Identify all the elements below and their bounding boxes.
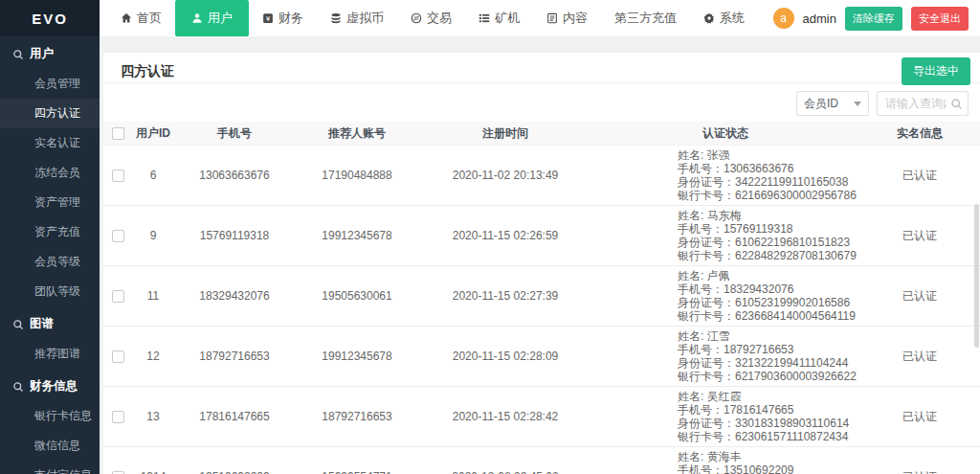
- sidebar-item[interactable]: 冻结会员: [0, 158, 100, 188]
- detail-phone: 手机号：15769119318: [678, 222, 859, 236]
- detail-phone: 手机号：18329432076: [678, 282, 859, 296]
- table-row: 11 18329432076 19505630061 2020-11-15 02…: [103, 266, 980, 327]
- detail-bank-card: 银行卡号：6236684140004564119: [678, 309, 859, 323]
- filter-select[interactable]: 会员ID: [796, 91, 869, 116]
- sidebar-section: 图谱 推荐图谱: [0, 308, 100, 369]
- magnifier-icon: [12, 49, 24, 60]
- sidebar-item[interactable]: 会员管理: [0, 69, 100, 99]
- cell-user-id: 12: [132, 350, 174, 363]
- clear-cache-button[interactable]: 清除缓存: [845, 7, 902, 31]
- top-nav-item[interactable]: 矿机: [465, 0, 533, 36]
- row-checkbox[interactable]: [112, 350, 124, 363]
- header-referrer: 推荐人账号: [295, 125, 419, 142]
- topbar-right: a admin 清除缓存 安全退出: [773, 7, 980, 31]
- cell-reg-time: 2020-12-08 22:45:02: [419, 470, 591, 474]
- detail-bank-card: 银行卡号：6217903600003926622: [678, 370, 859, 383]
- header-phone: 手机号: [174, 125, 295, 142]
- sidebar-section: 用户 会员管理四方认证实名认证冻结会员资产管理资产充值会员等级团队等级: [0, 38, 100, 306]
- cell-reg-time: 2020-11-15 02:27:39: [419, 289, 591, 303]
- cell-real-status: 已认证: [859, 228, 980, 244]
- sidebar-item[interactable]: 资产充值: [0, 217, 100, 247]
- cell-reg-time: 2020-11-15 02:26:59: [419, 229, 591, 242]
- gear-icon: [703, 12, 715, 24]
- top-nav-item[interactable]: 首页: [107, 0, 175, 36]
- table-body: 6 13063663676 17190484888 2020-11-02 20:…: [103, 145, 980, 474]
- row-checkbox[interactable]: [112, 411, 124, 423]
- cell-phone: 15769119318: [174, 229, 295, 242]
- sidebar: EVO 用户 会员管理四方认证实名认证冻结会员资产管理资产充值会员等级团队等级 …: [0, 0, 100, 474]
- logout-button[interactable]: 安全退出: [911, 7, 969, 31]
- table-row: 12 18792716653 19912345678 2020-11-15 02…: [103, 327, 980, 387]
- detail-id-card: 身份证号：342221199110165038: [678, 175, 859, 189]
- sidebar-item[interactable]: 推荐图谱: [0, 339, 100, 369]
- table-row: 9 15769119318 19912345678 2020-11-15 02:…: [103, 206, 980, 266]
- card-header: 四方认证 导出选中: [103, 53, 980, 83]
- sidebar-item[interactable]: 会员等级: [0, 247, 100, 277]
- row-checkbox[interactable]: [112, 230, 124, 242]
- top-navbar: 首页 用户 ¥ 财务 虚拟币 交易 矿机 内容 第三方充值 系统 a admin…: [100, 0, 980, 36]
- sidebar-section: 财务信息 银行卡信息微信信息支付宝信息: [0, 371, 100, 474]
- home-icon: [121, 12, 132, 24]
- top-nav-item[interactable]: ¥ 财务: [249, 0, 317, 36]
- sidebar-item[interactable]: 资产管理: [0, 188, 100, 217]
- cell-auth-detail: 姓名: 张强 手机号：13063663676 身份证号：342221199110…: [591, 146, 859, 205]
- sidebar-item[interactable]: 实名认证: [0, 128, 100, 158]
- chevron-down-icon: [854, 102, 861, 106]
- detail-phone: 手机号：13063663676: [678, 162, 859, 175]
- row-checkbox[interactable]: [112, 290, 124, 303]
- export-selected-button[interactable]: 导出选中: [902, 57, 970, 85]
- filter-select-value: 会员ID: [804, 96, 838, 112]
- cell-phone: 18792716653: [174, 350, 295, 363]
- detail-name: 姓名: 吴红霞: [678, 390, 859, 403]
- avatar[interactable]: a: [773, 8, 794, 29]
- cell-auth-detail: 姓名: 黄海丰 手机号：13510692209 身份证号：32062619751…: [591, 447, 859, 474]
- cell-referrer: 19912345678: [295, 229, 419, 242]
- detail-name: 姓名: 江雪: [678, 329, 859, 343]
- top-nav-item[interactable]: 虚拟币: [317, 0, 397, 36]
- top-nav-item[interactable]: 系统: [690, 0, 758, 36]
- row-checkbox[interactable]: [112, 169, 124, 182]
- cell-real-status: 已认证: [859, 168, 980, 184]
- cell-real-status: 已认证: [859, 349, 980, 365]
- sidebar-item[interactable]: 团队等级: [0, 277, 100, 306]
- cell-referrer: 19912345678: [295, 350, 419, 363]
- magnifier-icon: [12, 319, 24, 330]
- cell-phone: 17816147665: [174, 410, 295, 423]
- select-all-checkbox[interactable]: [112, 127, 124, 140]
- sidebar-item[interactable]: 微信信息: [0, 431, 100, 461]
- detail-name: 姓名: 马东梅: [678, 209, 859, 222]
- top-nav-item[interactable]: 第三方充值: [601, 0, 690, 36]
- top-nav-item[interactable]: 用户: [175, 0, 249, 36]
- cell-referrer: 18792716653: [295, 410, 419, 423]
- detail-id-card: 身份证号：330183198903110614: [678, 417, 859, 430]
- coins-icon: [330, 12, 342, 24]
- detail-phone: 手机号：13510692209: [678, 463, 859, 474]
- vertical-scrollbar[interactable]: [974, 204, 979, 348]
- cell-reg-time: 2020-11-02 20:13:49: [419, 169, 591, 182]
- trade-icon: [411, 12, 422, 24]
- cell-referrer: 19505630061: [295, 289, 419, 303]
- cell-auth-detail: 姓名: 江雪 手机号：18792716653 身份证号：321322199411…: [591, 327, 859, 386]
- cell-referrer: 15999554771: [295, 470, 419, 474]
- detail-id-card: 身份证号：610523199902016586: [678, 296, 859, 309]
- table-row: 6 13063663676 17190484888 2020-11-02 20:…: [103, 145, 980, 206]
- cell-user-id: 11: [132, 289, 174, 303]
- detail-phone: 手机号：17816147665: [678, 403, 859, 417]
- top-nav-item[interactable]: 内容: [533, 0, 601, 36]
- cell-auth-detail: 姓名: 吴红霞 手机号：17816147665 身份证号：33018319890…: [591, 387, 859, 446]
- content-card: 四方认证 导出选中 会员ID 用户ID 手机号 推荐人账号 注册时间 认证状态 …: [103, 53, 980, 474]
- top-nav-item[interactable]: 交易: [397, 0, 465, 36]
- main-content: 四方认证 导出选中 会员ID 用户ID 手机号 推荐人账号 注册时间 认证状态 …: [100, 36, 980, 474]
- cell-reg-time: 2020-11-15 02:28:09: [419, 350, 591, 363]
- sidebar-section-header[interactable]: 财务信息: [0, 371, 100, 401]
- cell-real-status: 已认证: [859, 469, 980, 474]
- sidebar-item[interactable]: 支付宝信息: [0, 461, 100, 474]
- cell-real-status: 已认证: [859, 288, 980, 305]
- sidebar-section-header[interactable]: 图谱: [0, 308, 100, 339]
- sidebar-item[interactable]: 银行卡信息: [0, 401, 100, 431]
- sidebar-section-header[interactable]: 用户: [0, 38, 100, 69]
- sidebar-item[interactable]: 四方认证: [0, 99, 100, 128]
- username[interactable]: admin: [803, 11, 836, 26]
- search-icon[interactable]: [950, 98, 963, 110]
- header-real-info: 实名信息: [859, 125, 980, 142]
